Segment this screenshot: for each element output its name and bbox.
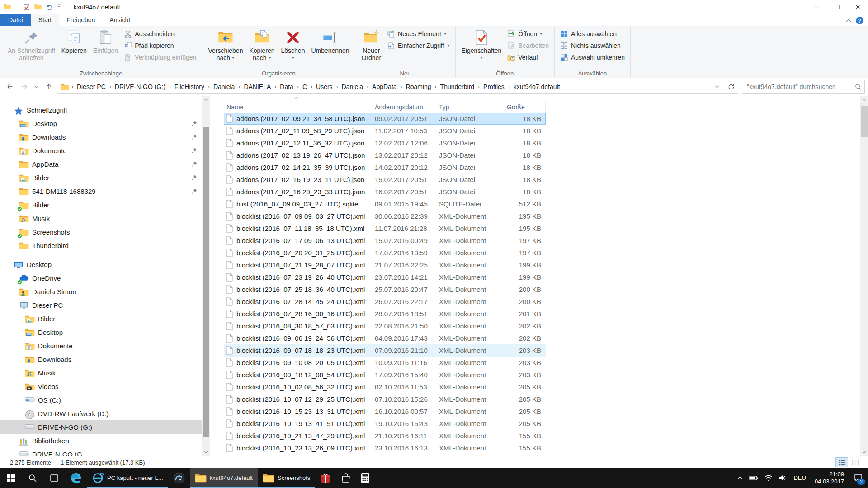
sidebar-item-dokumente[interactable]: Dokumente — [0, 339, 202, 352]
wifi-icon[interactable] — [761, 468, 776, 488]
edit-button[interactable]: Bearbeiten — [505, 41, 552, 51]
breadcrumb-separator[interactable]: › — [507, 84, 511, 90]
history-button[interactable]: Verlauf — [505, 52, 552, 62]
sidebar-item-drive-n-go-g-[interactable]: DRIVE-N-GO (G:) — [0, 420, 202, 434]
file-row[interactable]: blocklist (2016_10_23 13_26_09 UTC).xml2… — [224, 442, 546, 454]
keyboard-language[interactable]: DEU — [789, 474, 810, 481]
thumbnails-view-button[interactable] — [849, 457, 862, 467]
properties-button[interactable]: Eigenschaften — [459, 28, 505, 63]
sidebar-item-bilder[interactable]: Bilder — [0, 171, 202, 184]
breadcrumb[interactable]: ›Dieser PC›DRIVE-N-GO (G:)›FileHistory›D… — [58, 80, 724, 94]
file-row[interactable]: blocklist (2016_09_07 18_18_23 UTC).xml0… — [224, 344, 546, 357]
breadcrumb-item[interactable]: DRIVE-N-GO (G:) — [113, 81, 168, 92]
new-item-button[interactable]: Neues Element — [384, 29, 452, 39]
sidebar-item-bibliotheken[interactable]: Bibliotheken — [0, 434, 202, 447]
sidebar-scrollbar[interactable] — [202, 96, 210, 456]
scrollbar-thumb[interactable] — [203, 127, 209, 437]
sidebar-item-musik[interactable]: Musik — [0, 211, 202, 225]
explorer-window-kxut94o7[interactable]: kxut94o7.default — [190, 468, 258, 488]
breadcrumb-item[interactable]: Dieser PC — [75, 81, 108, 92]
maximize-button[interactable] — [826, 0, 847, 14]
search-icon[interactable] — [855, 84, 862, 90]
breadcrumb-separator[interactable]: › — [237, 84, 241, 90]
breadcrumb-separator[interactable]: › — [335, 84, 340, 90]
file-row[interactable]: blocklist (2016_07_21 19_28_07 UTC).xml2… — [224, 259, 546, 271]
file-row[interactable]: addons (2017_02_09 21_34_58 UTC).json09.… — [224, 113, 546, 125]
file-row[interactable]: blocklist (2016_10_15 23_13_31 UTC).xml1… — [224, 405, 546, 418]
delete-button[interactable]: Löschen — [278, 28, 307, 63]
file-row[interactable]: blocklist (2016_07_23 19_26_40 UTC).xml2… — [224, 271, 546, 283]
sidebar-item-bilder[interactable]: Bilder — [0, 198, 202, 211]
sidebar-item-os-c-[interactable]: OS (C:) — [0, 393, 202, 407]
search-input[interactable] — [746, 83, 843, 91]
file-row[interactable]: addons (2017_02_14 21_35_39 UTC).json14.… — [224, 161, 546, 174]
sidebar-item-screenshots[interactable]: Screenshots — [0, 225, 202, 239]
sidebar-item-dvd-rw-laufwerk-d-[interactable]: DVD-RW-Laufwerk (D:) — [0, 407, 202, 420]
new-folder-quick-icon[interactable] — [34, 4, 42, 11]
file-row[interactable]: addons (2017_02_12 11_36_32 UTC).json12.… — [224, 137, 546, 149]
paste-shortcut-button[interactable]: Verknüpfung einfügen — [121, 52, 199, 62]
breadcrumb-item[interactable]: FileHistory — [172, 81, 207, 92]
taskbar-search-button[interactable] — [22, 468, 43, 488]
copy-button[interactable]: Kopieren — [59, 28, 90, 56]
file-row[interactable]: blocklist (2016_07_17 09_06_13 UTC).xml1… — [224, 235, 546, 247]
sidebar-item-onedrive[interactable]: OneDrive — [0, 271, 202, 285]
close-button[interactable] — [847, 0, 868, 14]
sidebar-item-musik[interactable]: Musik — [0, 366, 202, 380]
select-all-button[interactable]: Alles auswählen — [557, 29, 627, 39]
collapse-ribbon-icon[interactable] — [846, 19, 851, 23]
move-to-button[interactable]: Verschieben nach — [205, 28, 245, 63]
file-row[interactable]: blocklist (2016_10_02 08_56_32 UTC).xml0… — [224, 381, 546, 393]
easy-access-button[interactable]: Einfacher Zugriff — [384, 41, 452, 51]
breadcrumb-item[interactable]: C — [300, 81, 309, 92]
sidebar-item-desktop[interactable]: Desktop — [0, 325, 202, 339]
sidebar-item-drive-n-go-g[interactable]: DRIVE-N-GO (G — [0, 447, 202, 456]
sidebar-item-daniela-simon[interactable]: Daniela Simon — [0, 285, 202, 298]
breadcrumb-item[interactable]: Users — [314, 81, 335, 92]
scroll-down-arrow[interactable] — [202, 448, 210, 456]
refresh-button[interactable] — [724, 80, 738, 94]
breadcrumb-separator[interactable]: › — [70, 84, 75, 90]
breadcrumb-separator[interactable]: › — [296, 84, 300, 90]
sidebar-item-videos[interactable]: Videos — [0, 380, 202, 393]
file-row[interactable]: blocklist (2016_09_10 08_20_05 UTC).xml1… — [224, 357, 546, 369]
sidebar-item-dokumente[interactable]: Dokumente — [0, 144, 202, 157]
breadcrumb-separator[interactable]: › — [273, 84, 278, 90]
undo-icon[interactable] — [46, 4, 53, 11]
task-view-button[interactable] — [43, 468, 65, 488]
file-row[interactable]: blocklist (2016_07_09 09_03_27 UTC).xml3… — [224, 210, 546, 222]
qat-customize-chevron-icon[interactable] — [57, 4, 61, 11]
battery-icon[interactable] — [746, 468, 761, 488]
breadcrumb-item[interactable]: Daniela — [340, 81, 365, 92]
scrollbar-thumb[interactable] — [861, 106, 868, 137]
file-row[interactable]: blocklist (2016_10_19 13_41_51 UTC).xml1… — [224, 418, 546, 430]
pin-to-quick-access-button[interactable]: An Schnellzugriff anheften — [5, 28, 58, 63]
back-button[interactable] — [4, 80, 16, 93]
breadcrumb-separator[interactable]: › — [108, 84, 113, 90]
round-app-icon[interactable] — [168, 468, 190, 488]
breadcrumb-separator[interactable]: › — [168, 84, 172, 90]
tab-start[interactable]: Start — [31, 14, 60, 26]
calculator-app-icon[interactable] — [356, 468, 375, 488]
column-header-type[interactable]: Typ — [437, 102, 505, 113]
sidebar-item-downloads[interactable]: Downloads — [0, 352, 202, 366]
file-row[interactable]: blocklist (2016_09_06 19_24_56 UTC).xml0… — [224, 332, 546, 344]
sidebar-item-bilder[interactable]: Bilder — [0, 312, 202, 325]
recent-locations-chevron[interactable] — [33, 80, 41, 93]
file-row[interactable]: addons (2017_02_16 19_23_11 UTC).json15.… — [224, 174, 546, 186]
sidebar-item-desktop[interactable]: Desktop — [0, 117, 202, 130]
up-button[interactable] — [42, 80, 55, 93]
tray-overflow-chevron[interactable] — [734, 468, 746, 488]
file-row[interactable]: blocklist (2016_10_21 13_47_29 UTC).xml2… — [224, 430, 546, 442]
breadcrumb-item[interactable]: DANIELA — [241, 81, 273, 92]
copy-to-button[interactable]: Kopieren nach — [246, 28, 277, 63]
sidebar-item-downloads[interactable]: Downloads — [0, 130, 202, 144]
breadcrumb-item[interactable]: Daniela — [211, 81, 237, 92]
edge-icon[interactable] — [65, 468, 87, 488]
new-folder-button[interactable]: Neuer Ordner — [359, 28, 384, 63]
volume-icon[interactable] — [776, 468, 789, 488]
breadcrumb-item[interactable]: Thunderbird — [438, 81, 477, 92]
copy-path-button[interactable]: W.. Pfad kopieren — [121, 41, 199, 51]
file-row[interactable]: blocklist (2016_07_28 14_45_24 UTC).xml2… — [224, 296, 546, 308]
start-button[interactable] — [0, 468, 22, 488]
